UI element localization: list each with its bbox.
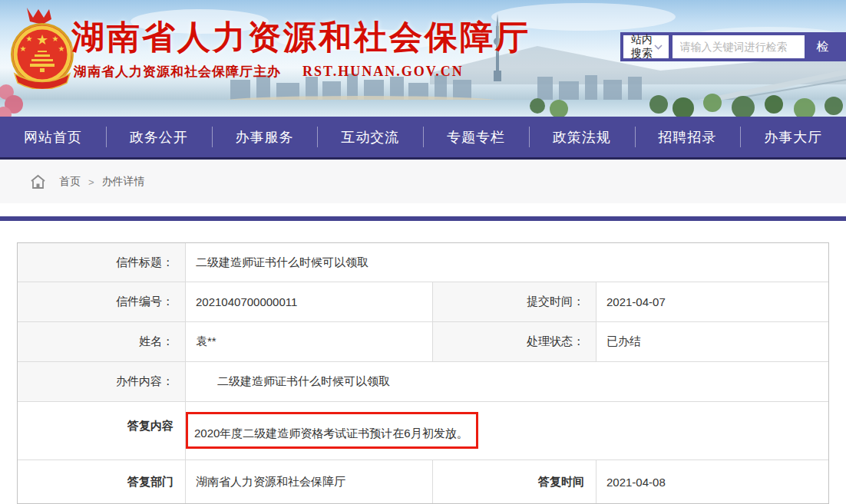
search-scope-select[interactable]: 站内搜索 [623, 35, 669, 58]
chevron-down-icon [654, 44, 663, 50]
letter-no-label: 信件编号： [18, 282, 185, 321]
national-emblem-logo: ★ ★ ★ ★ ★ [6, 8, 78, 89]
name-label: 姓名： [18, 321, 185, 361]
site-domain: RST.HUNAN.GOV.CN [302, 64, 464, 80]
nav-item-interaction[interactable]: 互动交流 [317, 117, 423, 157]
home-icon[interactable] [29, 173, 47, 190]
status-label: 处理状态： [432, 321, 596, 361]
nav-item-service-hall[interactable]: 办事大厅 [740, 117, 846, 157]
svg-text:★: ★ [20, 44, 27, 53]
status-value: 已办结 [596, 321, 828, 361]
site-header: ★ ★ ★ ★ ★ 湖南省人力资源和社会保障厅 湖南省人力资源和社会保障厅主办 … [0, 0, 846, 117]
nav-item-services[interactable]: 办事服务 [212, 117, 318, 157]
content-value: 二级建造师证书什么时候可以领取 [185, 361, 828, 401]
search-button[interactable]: 检 索 [805, 32, 846, 61]
letter-detail-table: 信件标题： 二级建造师证书什么时候可以领取 信件编号： 202104070000… [17, 242, 829, 504]
name-value: 袁** [185, 321, 432, 361]
nav-item-gov-affairs[interactable]: 政务公开 [106, 117, 212, 157]
reply-time-value: 2021-04-08 [596, 460, 828, 503]
letter-title-value: 二级建造师证书什么时候可以领取 [185, 243, 828, 282]
reply-dept-label: 答复部门 [18, 460, 185, 503]
content-label: 办件内容： [18, 361, 185, 401]
svg-text:★: ★ [52, 35, 59, 43]
breadcrumb-separator: > [88, 176, 94, 188]
nav-item-policies[interactable]: 政策法规 [529, 117, 635, 157]
main-nav: 网站首页 政务公开 办事服务 互动交流 专题专栏 政策法规 招聘招录 办事大厅 [0, 117, 846, 160]
submit-time-label: 提交时间： [432, 282, 596, 321]
submit-time-value: 2021-04-07 [596, 282, 828, 321]
search-input[interactable] [673, 35, 805, 58]
section-divider-bar [0, 216, 846, 221]
search-scope-label: 站内搜索 [631, 33, 654, 61]
reply-dept-value: 湖南省人力资源和社会保障厅 [185, 460, 432, 503]
reply-content-highlight-box: 2020年度二级建造师资格考试证书预计在6月初发放。 [186, 412, 478, 449]
svg-text:★: ★ [26, 35, 33, 43]
svg-text:★: ★ [36, 31, 48, 48]
reply-time-label: 答复时间 [432, 460, 596, 503]
reply-content-label: 答复内容 [18, 401, 185, 460]
nav-item-recruitment[interactable]: 招聘招录 [635, 117, 741, 157]
site-title: 湖南省人力资源和社会保障厅 [71, 15, 530, 60]
breadcrumb: 首页 > 办件详情 [0, 160, 846, 203]
site-search-bar: 站内搜索 检 索 [620, 32, 846, 61]
letter-no-value: 2021040700000011 [185, 282, 432, 321]
site-subtitle: 湖南省人力资源和社会保障厅主办 [74, 63, 281, 81]
svg-text:★: ★ [58, 44, 65, 53]
letter-title-label: 信件标题： [18, 243, 185, 282]
nav-item-home[interactable]: 网站首页 [0, 117, 106, 157]
reply-content-cell: 2020年度二级建造师资格考试证书预计在6月初发放。 [185, 401, 828, 460]
breadcrumb-current-page: 办件详情 [102, 175, 145, 189]
breadcrumb-home-link[interactable]: 首页 [59, 175, 81, 189]
nav-item-topics[interactable]: 专题专栏 [423, 117, 529, 157]
